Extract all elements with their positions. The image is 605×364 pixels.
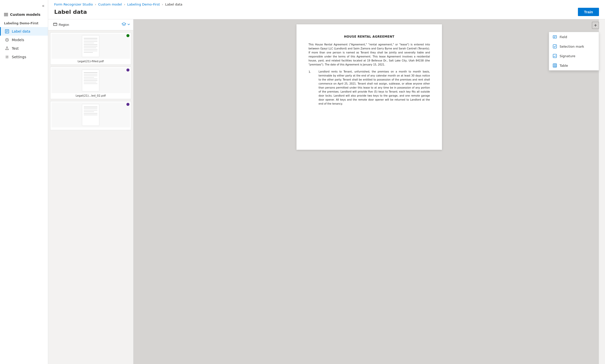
add-field-button[interactable]: +	[592, 22, 599, 29]
tag-icon	[5, 29, 9, 34]
region-icon	[53, 22, 57, 27]
breadcrumb-sep-1: ›	[95, 3, 96, 6]
svg-point-5	[7, 39, 8, 40]
svg-rect-42	[553, 64, 557, 67]
file-thumbnail	[51, 34, 130, 59]
svg-rect-41	[553, 54, 557, 58]
gear-icon	[5, 55, 9, 59]
svg-rect-37	[553, 36, 557, 38]
header-area: Form Recognizer Studio › Custom model › …	[48, 0, 605, 19]
breadcrumb-custom-model[interactable]: Custom model	[98, 3, 122, 6]
document-title: HOUSE RENTAL AGREEMENT	[309, 34, 430, 39]
checkbox-icon	[553, 44, 557, 49]
model-icon	[5, 38, 9, 42]
sidebar-item-test[interactable]: Test	[0, 44, 48, 53]
title-row: Label data Train	[48, 6, 605, 19]
file-item[interactable]: Legal(21)-filled.pdf	[50, 32, 131, 65]
sidebar-app-label: Custom models	[10, 13, 40, 17]
document-paragraph-1: This House Rental Agreement ("Agreement,…	[309, 43, 430, 67]
main-area: Form Recognizer Studio › Custom model › …	[48, 0, 605, 364]
svg-point-7	[7, 56, 8, 58]
sidebar-app-title-area: Custom models	[0, 11, 48, 21]
file-list: Legal(21)-filled.pdf	[48, 30, 133, 132]
field-type-dropdown: Field Selection mark Sig	[549, 32, 599, 70]
sidebar-item-models[interactable]: Models	[0, 36, 48, 44]
table-icon	[553, 63, 557, 68]
sidebar-project-label: Labeling Demo-First	[0, 21, 48, 26]
sidebar-collapse-area: «	[0, 2, 48, 11]
file-status-dot	[126, 34, 129, 37]
file-thumbnail	[51, 68, 130, 93]
field-type-table-label: Table	[560, 64, 568, 67]
layers-dropdown-button[interactable]	[127, 23, 130, 27]
train-button[interactable]: Train	[578, 8, 599, 16]
plus-icon: +	[594, 23, 597, 28]
document-page: HOUSE RENTAL AGREEMENT This House Rental…	[296, 24, 442, 150]
flask-icon	[5, 46, 9, 51]
sidebar-collapse-button[interactable]: «	[41, 3, 46, 9]
file-status-dot	[126, 68, 129, 71]
breadcrumb-current: Label data	[165, 3, 183, 6]
file-item[interactable]	[50, 101, 131, 130]
file-thumbnail	[51, 102, 130, 127]
file-status-dot	[126, 103, 129, 106]
breadcrumb: Form Recognizer Studio › Custom model › …	[48, 0, 605, 6]
layers-button[interactable]	[122, 22, 126, 27]
document-paragraph-2-num: 1.	[309, 70, 314, 109]
file-name: Legal(21)...led_02.pdf	[51, 93, 130, 98]
sidebar-item-label-data-label: Label data	[12, 29, 30, 33]
content-area: Region	[48, 19, 605, 364]
field-type-signature-label: Signature	[560, 54, 575, 58]
field-icon	[553, 35, 557, 39]
field-type-selection-mark-label: Selection mark	[560, 45, 584, 48]
field-type-field[interactable]: Field	[549, 32, 599, 42]
breadcrumb-sep-3: ›	[162, 3, 163, 6]
page-title: Label data	[54, 9, 87, 15]
document-paragraph-2-container: 1. Landlord rents to Tenant, unfurnished…	[309, 70, 430, 109]
document-viewer: HOUSE RENTAL AGREEMENT This House Rental…	[133, 19, 605, 364]
right-toolbar: +	[599, 19, 605, 364]
file-panel-toolbar: Region	[48, 19, 133, 30]
file-item[interactable]: Legal(21)...led_02.pdf	[50, 67, 131, 99]
document-paragraph-2: Landlord rents to Tenant, unfurnished, t…	[319, 70, 430, 106]
sidebar-item-settings-label: Settings	[12, 55, 26, 59]
region-label: Region	[59, 23, 69, 27]
hamburger-icon[interactable]	[4, 13, 8, 16]
file-panel: Region	[48, 19, 133, 364]
region-button[interactable]: Region	[51, 21, 71, 28]
sidebar: « Custom models Labeling Demo-First Labe…	[0, 0, 48, 364]
sidebar-nav: Label data Models Test	[0, 27, 48, 61]
sidebar-item-label-data[interactable]: Label data	[0, 27, 48, 36]
breadcrumb-form-recognizer-studio[interactable]: Form Recognizer Studio	[54, 3, 93, 6]
svg-rect-40	[553, 45, 557, 48]
file-name	[51, 127, 130, 129]
sidebar-item-models-label: Models	[12, 38, 24, 42]
sidebar-item-settings[interactable]: Settings	[0, 53, 48, 61]
svg-rect-8	[53, 23, 57, 26]
signature-icon	[553, 54, 557, 58]
breadcrumb-sep-2: ›	[124, 3, 125, 6]
field-type-selection-mark[interactable]: Selection mark	[549, 42, 599, 51]
field-type-field-label: Field	[560, 35, 567, 39]
file-name: Legal(21)-filled.pdf	[51, 59, 130, 63]
field-type-signature[interactable]: Signature	[549, 51, 599, 61]
sidebar-item-test-label: Test	[12, 46, 19, 50]
field-type-table[interactable]: Table	[549, 61, 599, 70]
breadcrumb-labeling-demo-first[interactable]: Labeling Demo-First	[127, 3, 160, 6]
